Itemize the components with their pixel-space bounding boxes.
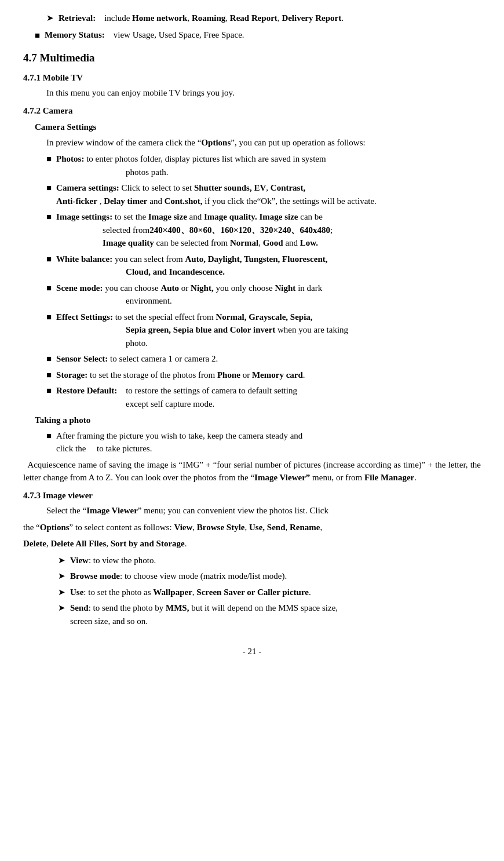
camera-settings-label: Camera settings: [56,183,119,192]
photos-path-text: photos path. [56,167,168,177]
rename-bold: Rename [290,523,320,532]
memory-status-text: view Usage, Used Space, Free Space. [114,30,244,39]
section-473-title: 4.7.3 Image viewer [23,489,481,502]
scene-mode-label: Scene mode: [56,283,103,293]
retrieval-label: Retrieval: [59,13,96,23]
camera-settings-bullet: ■ Camera settings: Click to select to se… [23,181,481,207]
cloud-incandescence-bold: Cloud, and Incandescence. [126,267,225,276]
restore-default-bullet: ■ Restore Default: to restore the settin… [23,384,481,410]
storage-content: Storage: to set the storage of the photo… [56,369,481,382]
image-quality-line: Image quality can be selected from Norma… [56,238,318,247]
delay-timer-bold: Delay timer [104,196,147,206]
effect-photo-text: photo. [56,338,148,348]
effect-settings-content: Effect Settings: to set the special effe… [56,311,481,350]
section-473-intro: Select the “Image Viewer” menu; you can … [23,504,481,517]
section-473-options: the “Options” to select content as follo… [23,521,481,534]
use-label: Use [70,588,83,597]
sort-by-bold: Sort by and Storage [111,539,185,548]
delivery-report-text: Delivery Report [282,13,341,23]
view-label: View [70,556,89,565]
view-arrow-content: View: to view the photo. [70,554,481,567]
delete-bold: Delete [23,539,46,548]
antificker-bold: Anti-ficker [56,196,97,206]
image-settings-bullet-icon: ■ [46,210,52,250]
retrieval-block: ➤ Retrieval: include Home network, Roami… [23,12,481,25]
effect-settings-items2: Sepia green, Sepia blue and Color invert… [56,325,348,334]
use-content: Use: to set the photo as Wallpaper, Scre… [70,586,481,599]
section-47-title: 4.7 Multimedia [23,50,481,67]
scene-mode-bullet-icon: ■ [46,282,52,308]
white-balance-content: White balance: you can select from Auto,… [56,253,481,279]
white-balance-items: Auto, Daylight, Tungsten, Fluorescent, [185,254,328,264]
section-471-para: In this menu you can enjoy mobile TV bri… [23,86,481,100]
good-bold: Good [263,238,283,247]
view-arrow-icon: ➤ [58,554,65,567]
scene-mode-content: Scene mode: you can choose Auto or Night… [56,282,481,308]
page-number: - 21 - [23,645,481,658]
night2-bold: Night [275,283,296,293]
view-bold: View [174,523,192,532]
night-bold: Night, [191,283,214,293]
options-473-bold: Options [40,523,70,532]
home-network-text: Home network [132,13,187,23]
sepia-items-bold: Sepia green, Sepia blue and Color invert [126,325,275,334]
shutter-sounds-bold: Shutter sounds, EV [194,183,266,192]
photos-bullet: ■ Photos: to enter photos folder, displa… [23,152,481,178]
effect-settings-label: Effect Settings: [56,312,113,322]
sensor-select-label: Sensor Select: [56,354,108,363]
send-label: Send [70,603,89,612]
storage-bullet-icon: ■ [46,369,52,382]
view-arrow-item: ➤ View: to view the photo. [23,554,481,567]
browse-mode-arrow-icon: ➤ [58,570,65,583]
use-send-bold: Use, Send [249,523,286,532]
white-balance-items2: Cloud, and Incandescence. [56,267,225,276]
effect-settings-bullet-icon: ■ [46,311,52,350]
camera-settings-title: Camera Settings [23,121,481,134]
browse-style-bold: Browse Style [197,523,245,532]
contshot-bold: Cont.shot, [165,196,203,206]
browse-mode-arrow-item: ➤ Browse mode: to choose view mode (matr… [23,570,481,583]
send-arrow-icon: ➤ [58,601,65,627]
low-bold: Low. [300,238,318,247]
image-quality2-bold: Image quality [103,238,154,247]
send-arrow-item: ➤ Send: to send the photo by MMS, but it… [23,601,481,627]
memory-status-content: Memory Status: view Usage, Used Space, F… [45,28,481,42]
memory-status-bullet: ■ [35,28,40,42]
restore-default-bullet-icon: ■ [46,384,52,410]
restore-default-content: Restore Default: to restore the settings… [56,384,481,410]
scene-mode-env: environment. [56,296,172,305]
photos-bullet-icon: ■ [46,152,52,178]
retrieval-arrow-icon: ➤ [46,12,54,25]
image-quality-bold: Image quality. Image size [204,212,298,221]
read-report-text: Read Report [230,13,277,23]
browse-mode-content: Browse mode: to choose view mode (matrix… [70,570,481,583]
acquiescence-para: Acquiescence name of saving the image is… [23,458,481,484]
auto-bold: Auto [160,283,179,293]
mms-bold: MMS, [166,603,189,612]
image-sizes-text: selected from240×400、80×60、160×120、320×2… [56,225,333,235]
scene-mode-bullet: ■ Scene mode: you can choose Auto or Nig… [23,282,481,308]
taking-photo-content: After framing the picture you wish to ta… [56,429,481,455]
delete-all-bold: Delete All Files [50,539,106,548]
memory-card-bold: Memory card [252,370,303,380]
phone-bold: Phone [217,370,240,380]
photos-content: Photos: to enter photos folder, display … [56,152,481,178]
use-arrow-icon: ➤ [58,586,65,599]
roaming-text: Roaming [192,13,225,23]
image-size-bold: Image size [148,212,187,221]
white-balance-label: White balance: [56,254,112,264]
retrieval-content: Retrieval: include Home network, Roaming… [59,12,481,25]
screen-saver-bold: Screen Saver or Caller picture [196,588,309,597]
section-471-title: 4.7.1 Mobile TV [23,71,481,85]
image-settings-label: Image settings: [56,212,112,221]
image-viewer-bold: Image Viewer” [254,473,310,482]
browse-mode-label: Browse mode [70,571,120,581]
restore-except-text: except self capture mode. [56,399,214,408]
image-settings-bullet: ■ Image settings: to set the Image size … [23,210,481,250]
storage-label: Storage: [56,370,87,380]
options-bold: Options [201,138,231,147]
file-manager-bold: File Manager [364,473,414,482]
camera-settings-content: Camera settings: Click to select to set … [56,181,481,207]
normal-bold: Normal [230,238,258,247]
restore-default-label: Restore Default: [56,386,117,395]
